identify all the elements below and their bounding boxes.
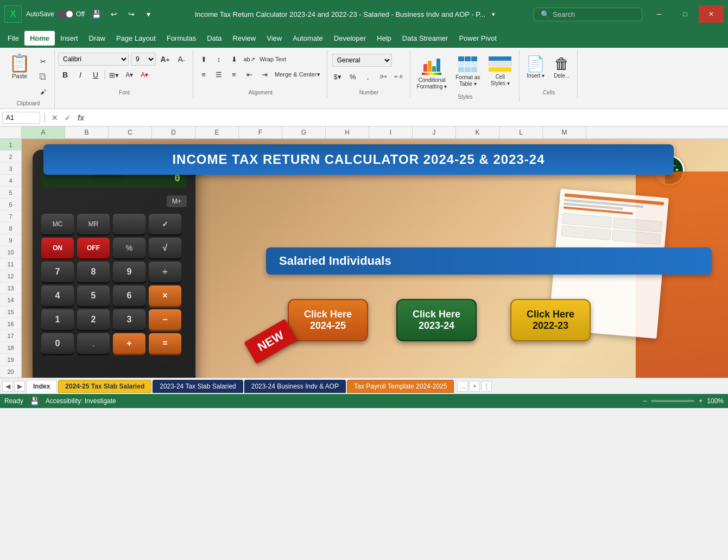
menu-data-streamer[interactable]: Data Streamer	[397, 31, 454, 46]
row-14[interactable]: 14	[0, 294, 21, 306]
row-5[interactable]: 5	[0, 187, 21, 199]
col-header-k[interactable]: K	[456, 126, 499, 138]
menu-power-pivot[interactable]: Power Pivot	[453, 31, 502, 46]
decimal-increase-button[interactable]: .0⇒	[376, 69, 390, 84]
col-header-h[interactable]: H	[326, 126, 369, 138]
merge-center-button[interactable]: Merge & Center▾	[273, 67, 322, 81]
col-header-d[interactable]: D	[152, 126, 195, 138]
number-format-select[interactable]: General	[332, 54, 392, 67]
tab-more-button[interactable]: ...	[457, 381, 468, 392]
row-4[interactable]: 4	[0, 175, 21, 187]
autosave-toggle[interactable]	[56, 10, 74, 18]
menu-file[interactable]: File	[2, 31, 24, 46]
menu-review[interactable]: Review	[227, 31, 262, 46]
underline-button[interactable]: U	[88, 68, 103, 82]
row-20[interactable]: 20	[0, 366, 21, 378]
title-dropdown-icon[interactable]: ▾	[492, 11, 495, 18]
tab-2324-salaried[interactable]: 2023-24 Tax Slab Salaried	[153, 380, 243, 393]
zoom-in-icon[interactable]: +	[699, 397, 702, 405]
col-header-c[interactable]: C	[109, 126, 152, 138]
row-13[interactable]: 13	[0, 282, 21, 294]
undo-button[interactable]: ↩	[106, 7, 122, 22]
row-18[interactable]: 18	[0, 342, 21, 354]
col-header-f[interactable]: F	[239, 126, 282, 138]
cut-button[interactable]: ✂	[36, 54, 50, 68]
align-top-button[interactable]: ⬆	[197, 52, 211, 66]
percent-button[interactable]: %	[346, 69, 360, 84]
cell-styles-button[interactable]: CellStyles ▾	[485, 54, 515, 89]
menu-insert[interactable]: Insert	[55, 31, 84, 46]
row-16[interactable]: 16	[0, 318, 21, 330]
row-7[interactable]: 7	[0, 211, 21, 222]
row-9[interactable]: 9	[0, 234, 21, 246]
italic-button[interactable]: I	[73, 68, 87, 82]
decrease-font-button[interactable]: A-	[174, 52, 188, 66]
col-header-m[interactable]: M	[543, 126, 586, 138]
row-12[interactable]: 12	[0, 270, 21, 282]
row-11[interactable]: 11	[0, 258, 21, 270]
add-sheet-button[interactable]: +	[469, 381, 480, 392]
copy-button[interactable]: ⿻	[36, 69, 50, 84]
font-size-select[interactable]: 9	[131, 53, 156, 66]
conditional-formatting-button[interactable]: ConditionalFormatting ▾	[414, 54, 451, 92]
salaried-2425-btn[interactable]: Click Here 2024-25	[288, 299, 368, 341]
maximize-button[interactable]: □	[673, 5, 698, 23]
row-1[interactable]: 1	[0, 139, 21, 151]
save-button[interactable]: 💾	[89, 7, 104, 22]
sheet-menu-button[interactable]: ⋮	[481, 381, 492, 392]
tab-2425-salaried[interactable]: 2024-25 Tax Slab Salaried	[58, 380, 151, 393]
col-header-e[interactable]: E	[195, 126, 239, 138]
row-17[interactable]: 17	[0, 330, 21, 342]
col-header-i[interactable]: I	[369, 126, 413, 138]
row-15[interactable]: 15	[0, 306, 21, 318]
customize-qat-button[interactable]: ▾	[141, 7, 156, 22]
cell-reference-box[interactable]	[2, 112, 40, 124]
zoom-slider[interactable]	[651, 400, 694, 402]
tab-next-button[interactable]: ▶	[14, 381, 25, 392]
redo-button[interactable]: ↪	[124, 7, 139, 22]
format-as-table-button[interactable]: Format asTable ▾	[452, 54, 483, 90]
insert-button[interactable]: 📄 Insert ▾	[523, 54, 548, 81]
decrease-indent-button[interactable]: ⇤	[242, 67, 256, 81]
col-header-b[interactable]: B	[65, 126, 109, 138]
col-header-g[interactable]: G	[282, 126, 326, 138]
bold-button[interactable]: B	[58, 68, 72, 82]
currency-button[interactable]: $▾	[331, 69, 345, 84]
menu-page-layout[interactable]: Page Layout	[111, 31, 161, 46]
format-painter-button[interactable]: 🖌	[36, 85, 50, 99]
align-left-button[interactable]: ≡	[197, 67, 211, 81]
font-name-select[interactable]: Calibri	[58, 53, 129, 66]
fill-color-button[interactable]: A▾	[122, 68, 136, 82]
salaried-2324-btn[interactable]: Click Here 2023-24	[396, 299, 477, 341]
align-right-button[interactable]: ≡	[227, 67, 241, 81]
borders-button[interactable]: ⊞▾	[107, 68, 121, 82]
tab-2324-business[interactable]: 2023-24 Business Indv & AOP	[244, 380, 346, 393]
row-10[interactable]: 10	[0, 246, 21, 258]
row-3[interactable]: 3	[0, 163, 21, 175]
row-2[interactable]: 2	[0, 151, 21, 163]
increase-indent-button[interactable]: ⇥	[257, 67, 271, 81]
increase-font-button[interactable]: A+	[158, 52, 172, 66]
orientation-button[interactable]: ab↗	[242, 52, 256, 66]
menu-view[interactable]: View	[261, 31, 287, 46]
menu-developer[interactable]: Developer	[328, 31, 371, 46]
menu-help[interactable]: Help	[371, 31, 397, 46]
delete-button[interactable]: 🗑 Dele...	[550, 54, 573, 81]
decimal-decrease-button[interactable]: ⇐.0	[391, 69, 406, 84]
col-header-l[interactable]: L	[499, 126, 543, 138]
menu-automate[interactable]: Automate	[287, 31, 328, 46]
minimize-button[interactable]: ─	[647, 5, 672, 23]
col-header-a[interactable]: A	[22, 126, 65, 138]
function-icon[interactable]: fx	[75, 112, 86, 123]
row-8[interactable]: 8	[0, 222, 21, 234]
align-bottom-button[interactable]: ⬇	[227, 52, 241, 66]
search-box[interactable]: 🔍 Search	[534, 8, 642, 21]
tab-index[interactable]: Index	[26, 380, 57, 393]
paste-button[interactable]: 📋 Paste	[4, 52, 35, 81]
align-center-button[interactable]: ☰	[212, 67, 226, 81]
align-middle-button[interactable]: ↕	[212, 52, 226, 66]
menu-data[interactable]: Data	[201, 31, 227, 46]
menu-home[interactable]: Home	[24, 31, 55, 46]
tab-payroll[interactable]: Tax Payroll Template 2024-2025	[347, 380, 454, 393]
row-19[interactable]: 19	[0, 354, 21, 366]
